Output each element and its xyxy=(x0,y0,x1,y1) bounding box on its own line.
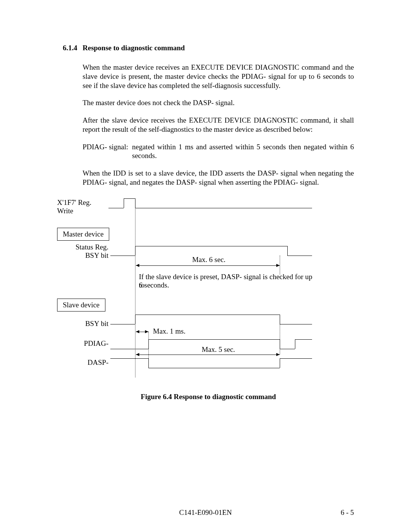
section-title: Response to diagnostic command xyxy=(83,44,185,52)
paragraph-1: When the master device receives an EXECU… xyxy=(83,63,354,90)
paragraph-3: After the slave device receives the EXEC… xyxy=(83,116,354,134)
bsy-bit-label-master: BSY bit xyxy=(57,251,108,260)
diagram-note-line2: 6 seconds. xyxy=(139,281,169,289)
figure-caption: Figure 6.4 Response to diagnostic comman… xyxy=(63,393,354,401)
bsy-bit-label-slave: BSY bit xyxy=(57,320,108,328)
reg-write-label-2: Write xyxy=(57,207,103,215)
dasp-signal-label: DASP- xyxy=(57,358,108,367)
status-reg-label: Status Reg. xyxy=(57,243,108,251)
section-number: 6.1.4 xyxy=(63,44,83,52)
reg-write-label-1: X'1F7' Reg. xyxy=(57,198,103,207)
paragraph-2: The master device does not check the DAS… xyxy=(83,98,354,107)
paragraph-5: When the IDD is set to a slave device, t… xyxy=(83,169,354,187)
pdiag-label: PDIAG- signal: xyxy=(83,142,132,161)
master-device-box: Master device xyxy=(57,228,109,241)
max-5-sec-label: Max. 5 sec. xyxy=(202,345,235,354)
section-heading: 6.1.4 Response to diagnostic command xyxy=(63,44,354,52)
pdiag-definition: PDIAG- signal: negated within 1 ms and a… xyxy=(83,142,354,161)
max-6-sec-label: Max. 6 sec. xyxy=(192,256,226,264)
pdiag-signal-label: PDIAG- xyxy=(57,339,108,348)
slave-device-box: Slave device xyxy=(57,299,105,312)
max-1-ms-label: Max. 1 ms. xyxy=(153,327,186,335)
pdiag-text: negated within 1 ms and asserted within … xyxy=(132,142,354,161)
footer-page-number: 6 - 5 xyxy=(341,508,354,517)
timing-diagram: X'1F7' Reg. Write Master device Status R… xyxy=(57,198,350,385)
